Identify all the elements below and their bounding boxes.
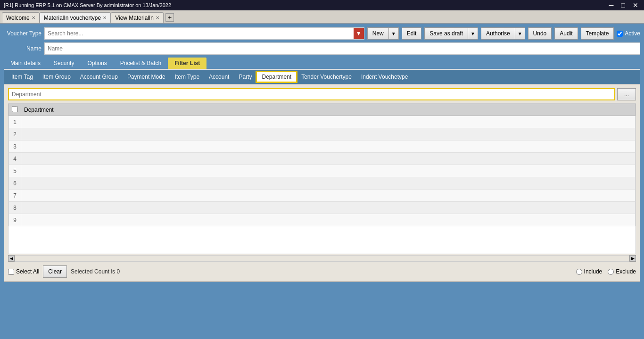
save-as-draft-button[interactable]: Save as draft bbox=[424, 27, 468, 40]
row-department bbox=[21, 153, 636, 165]
tab-pricelist-batch[interactable]: Pricelist & Batch bbox=[114, 58, 168, 69]
scroll-right-button[interactable]: ▶ bbox=[629, 255, 636, 262]
tab-materialin-close[interactable]: ✕ bbox=[103, 15, 107, 20]
include-label: Include bbox=[584, 268, 603, 275]
minimize-button[interactable]: ─ bbox=[607, 1, 616, 9]
tab-options[interactable]: Options bbox=[81, 58, 113, 69]
filter-tab-indent-vouchetype[interactable]: Indent Vouchetype bbox=[356, 72, 413, 82]
filter-tab-department[interactable]: Department bbox=[256, 72, 297, 82]
close-window-button[interactable]: ✕ bbox=[631, 1, 640, 9]
dept-table-wrapper: Department 1 2 3 4 5 6 7 bbox=[8, 103, 636, 254]
exclude-label: Exclude bbox=[616, 268, 636, 275]
edit-button[interactable]: Edit bbox=[402, 27, 422, 40]
main-content: Voucher Type ▼ New ▼ Edit Save as draft … bbox=[0, 24, 644, 339]
table-row: 4 bbox=[9, 153, 636, 165]
include-radio-wrapper: Include bbox=[576, 268, 603, 275]
undo-button[interactable]: Undo bbox=[528, 27, 552, 40]
table-row: 7 bbox=[9, 190, 636, 202]
dept-search-row: ... bbox=[8, 88, 636, 100]
table-row: 1 bbox=[9, 116, 636, 128]
authorise-dropdown-btn[interactable]: ▼ bbox=[515, 27, 525, 40]
name-input[interactable] bbox=[44, 42, 640, 55]
dept-search-input[interactable] bbox=[8, 88, 615, 100]
tab-welcome-close[interactable]: ✕ bbox=[32, 15, 35, 20]
new-button[interactable]: New bbox=[367, 27, 388, 40]
row-department bbox=[21, 116, 636, 128]
sub-tabs: Main details Security Options Pricelist … bbox=[4, 58, 640, 70]
filter-tab-payment-mode[interactable]: Payment Mode bbox=[123, 72, 170, 82]
h-scroll-track bbox=[15, 255, 629, 262]
tab-filter-list[interactable]: Filter List bbox=[168, 58, 206, 69]
save-draft-dropdown-btn[interactable]: ▼ bbox=[468, 27, 478, 40]
header-checkbox-col bbox=[9, 104, 21, 116]
active-checkbox[interactable] bbox=[617, 31, 623, 37]
h-scroll-bar: ◀ ▶ bbox=[8, 255, 636, 262]
header-checkbox[interactable] bbox=[12, 106, 18, 112]
filter-tab-item-group[interactable]: Item Group bbox=[38, 72, 75, 82]
authorise-button[interactable]: Authorise bbox=[481, 27, 515, 40]
dept-table: Department 1 2 3 4 5 6 7 bbox=[8, 104, 636, 226]
title-bar: [R1] Running ERP 5.1 on CMAX Server By a… bbox=[0, 0, 644, 10]
select-all-checkbox[interactable] bbox=[8, 269, 14, 275]
tab-main-details[interactable]: Main details bbox=[4, 58, 47, 69]
dept-table-body: 1 2 3 4 5 6 7 8 9 bbox=[9, 116, 636, 226]
tab-welcome-label: Welcome bbox=[6, 15, 30, 21]
include-radio[interactable] bbox=[576, 269, 582, 275]
table-row: 9 bbox=[9, 214, 636, 226]
filter-tab-party[interactable]: Party bbox=[234, 72, 256, 82]
window-controls: ─ □ ✕ bbox=[607, 1, 640, 9]
table-row: 3 bbox=[9, 141, 636, 153]
template-button[interactable]: Template bbox=[581, 27, 614, 40]
row-number: 3 bbox=[9, 141, 21, 153]
audit-button[interactable]: Audit bbox=[554, 27, 578, 40]
voucher-type-search-input[interactable] bbox=[45, 28, 354, 39]
bottom-bar: Select All Clear Selected Count is 0 Inc… bbox=[8, 265, 636, 278]
row-department bbox=[21, 190, 636, 202]
row-number: 1 bbox=[9, 116, 21, 128]
row-number: 5 bbox=[9, 165, 21, 177]
form-area: Voucher Type ▼ New ▼ Edit Save as draft … bbox=[4, 27, 640, 282]
tab-welcome[interactable]: Welcome ✕ bbox=[2, 12, 40, 23]
tab-view-materialin[interactable]: View MaterialIn ✕ bbox=[111, 12, 164, 23]
row-number: 4 bbox=[9, 153, 21, 165]
exclude-radio[interactable] bbox=[608, 269, 614, 275]
filter-tab-item-type[interactable]: Item Type bbox=[170, 72, 204, 82]
tab-materialin-vouchertype[interactable]: MaterialIn vouchertype ✕ bbox=[40, 12, 111, 23]
table-row: 8 bbox=[9, 202, 636, 214]
toolbar-row: Voucher Type ▼ New ▼ Edit Save as draft … bbox=[4, 27, 640, 40]
app-title: [R1] Running ERP 5.1 on CMAX Server By a… bbox=[4, 2, 171, 8]
row-department bbox=[21, 141, 636, 153]
voucher-type-dropdown-btn[interactable]: ▼ bbox=[354, 28, 364, 39]
selected-count-text: Selected Count is 0 bbox=[71, 268, 120, 275]
row-number: 2 bbox=[9, 128, 21, 141]
maximize-button[interactable]: □ bbox=[619, 1, 627, 9]
filter-tab-tender-vouchertype[interactable]: Tender Vouchertype bbox=[297, 72, 356, 82]
row-number: 6 bbox=[9, 177, 21, 190]
header-department: Department bbox=[21, 104, 636, 116]
tab-materialin-label: MaterialIn vouchertype bbox=[44, 15, 101, 21]
filter-tab-item-tag[interactable]: Item Tag bbox=[7, 72, 38, 82]
active-label: Active bbox=[625, 30, 640, 37]
clear-button[interactable]: Clear bbox=[43, 265, 67, 278]
filter-tab-account[interactable]: Account bbox=[204, 72, 234, 82]
include-exclude-wrapper: Include Exclude bbox=[576, 268, 636, 275]
row-number: 7 bbox=[9, 190, 21, 202]
name-row: Name bbox=[4, 42, 640, 55]
tab-view-label: View MaterialIn bbox=[115, 15, 154, 21]
tab-view-close[interactable]: ✕ bbox=[156, 15, 159, 20]
filter-tab-account-group[interactable]: Account Group bbox=[75, 72, 123, 82]
tab-security[interactable]: Security bbox=[47, 58, 81, 69]
active-wrapper: Active bbox=[617, 30, 640, 37]
new-dropdown-btn[interactable]: ▼ bbox=[388, 27, 399, 40]
add-tab-button[interactable]: + bbox=[165, 13, 174, 22]
new-btn-group: New ▼ bbox=[367, 27, 399, 40]
row-department bbox=[21, 214, 636, 226]
dept-table-scroll[interactable]: Department 1 2 3 4 5 6 7 bbox=[8, 104, 636, 254]
exclude-radio-wrapper: Exclude bbox=[608, 268, 636, 275]
table-row: 6 bbox=[9, 177, 636, 190]
row-department bbox=[21, 128, 636, 141]
browse-button[interactable]: ... bbox=[617, 88, 636, 100]
authorise-btn-group: Authorise ▼ bbox=[481, 27, 525, 40]
save-draft-btn-group: Save as draft ▼ bbox=[424, 27, 478, 40]
scroll-left-button[interactable]: ◀ bbox=[8, 255, 15, 262]
